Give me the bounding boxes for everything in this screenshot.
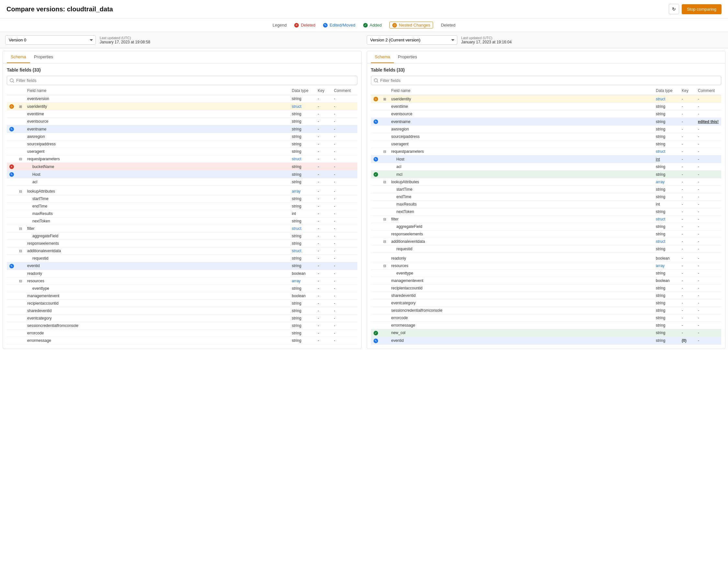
table-row: maxResults int - - [7,210,357,217]
left-version-dropdown[interactable]: Version 0 Version 1 Version 2 (Current v… [5,35,96,45]
indicator-cell [371,110,381,118]
left-filter-input[interactable] [7,76,357,85]
key-cell: - [679,95,695,103]
stop-comparing-button[interactable]: Stop comparing [682,4,722,14]
data-type-cell: string [289,202,315,210]
table-row: eventtype string - - [7,285,357,292]
data-type-cell: string [289,299,315,307]
table-row: useragent string - - [371,140,722,148]
expand-cell[interactable]: ⊟ [17,155,25,163]
left-tab-schema[interactable]: Schema [7,51,30,63]
expand-cell[interactable]: ⊟ [17,247,25,254]
expand-cell [381,133,389,140]
field-name-cell: endTime [389,193,653,201]
expand-cell [381,171,389,178]
field-name-cell: eventtype [389,269,653,277]
key-cell: - [679,216,695,223]
comment-cell: - [331,202,357,210]
field-name-cell: eventtime [25,110,289,118]
comment-cell: - [695,337,721,344]
comment-cell: - [331,292,357,299]
expand-cell[interactable]: ⊟ [381,216,389,223]
comment-cell: - [331,285,357,292]
expand-cell[interactable]: ⊞ [17,103,25,110]
data-type-cell: boolean [653,255,679,262]
table-row: sessioncredentialfromconsole string - - [7,322,357,329]
comment-cell: - [695,238,721,245]
data-type-cell: string [289,329,315,337]
data-type-cell: string [289,133,315,140]
key-cell: - [679,314,695,321]
table-row: responseelements string - - [371,230,722,238]
comment-cell: - [695,284,721,292]
expand-cell[interactable]: ⊟ [17,225,25,232]
field-name-cell: maxResults [389,201,653,208]
expand-cell [17,125,25,133]
comment-cell: - [695,277,721,284]
indicator-cell [7,188,17,195]
data-type-cell: struct [289,155,315,163]
data-type-cell: string [653,186,679,193]
indicator-cell [7,210,17,217]
key-cell: - [679,148,695,155]
data-type-cell: string [653,171,679,178]
field-name-cell: requestid [25,254,289,262]
key-cell: - [315,232,331,240]
key-cell: - [315,299,331,307]
key-cell: - [315,329,331,337]
indicator-cell [371,140,381,148]
right-tab-properties[interactable]: Properties [394,51,421,63]
indicator-cell [371,163,381,171]
data-type-cell: string [289,171,315,178]
expand-cell[interactable]: ⊟ [381,178,389,186]
expand-cell[interactable]: ⊟ [381,238,389,245]
table-row: readonly boolean - - [7,270,357,277]
key-cell: - [679,140,695,148]
data-type-cell: string [653,314,679,321]
left-tab-properties[interactable]: Properties [30,51,57,63]
expand-cell [381,201,389,208]
indicator-cell [7,195,17,202]
expand-cell[interactable]: ⊟ [17,277,25,285]
field-name-cell: eventname [25,125,289,133]
header-actions: ↻ Stop comparing [669,4,722,14]
right-table-container: Field nameData typeKeyComment ⊙ ⊞ userid… [371,86,722,345]
right-date-value: January 17, 2023 at 19:16:04 [461,40,512,44]
table-row: awsregion string - - [371,126,722,133]
indicator-cell: ✓ [371,171,381,178]
field-name-cell: recipientaccountid [25,299,289,307]
field-name-cell: recipientaccountid [389,284,653,292]
right-version-dropdown[interactable]: Version 0 Version 1 Version 2 (Current v… [367,35,457,45]
expand-cell [381,292,389,299]
refresh-button[interactable]: ↻ [669,4,679,14]
comment-cell: - [331,247,357,254]
comment-cell: - [331,270,357,277]
right-tab-schema[interactable]: Schema [371,51,394,63]
table-row: errormessage string - - [7,337,357,344]
key-cell: - [679,155,695,163]
key-cell: - [315,188,331,195]
expand-cell[interactable]: ⊟ [17,188,25,195]
data-type-cell: string [289,163,315,171]
data-type-cell: string [289,95,315,103]
table-row: ⊟ resources array - - [371,262,722,269]
expand-cell [381,269,389,277]
comment-cell: - [695,126,721,133]
expand-cell [17,110,25,118]
indicator-cell [371,292,381,299]
right-schema-panel: Schema Properties Table fields (33) Fiel… [367,51,726,349]
right-filter-input[interactable] [371,76,722,85]
th-datatype: Data type [289,86,315,95]
expand-cell[interactable]: ⊟ [381,148,389,155]
key-cell: - [315,307,331,314]
key-cell: - [315,247,331,254]
data-type-cell: int [289,210,315,217]
nested-indicator: ⊙ [374,97,378,101]
indicator-cell [371,208,381,216]
data-table: Field nameData typeKeyComment ⊙ ⊞ userid… [371,86,722,345]
expand-cell[interactable]: ⊞ [381,95,389,103]
comment-cell: - [331,178,357,186]
field-name-cell: acl [389,163,653,171]
expand-cell[interactable]: ⊟ [381,262,389,269]
comment-cell: - [695,178,721,186]
